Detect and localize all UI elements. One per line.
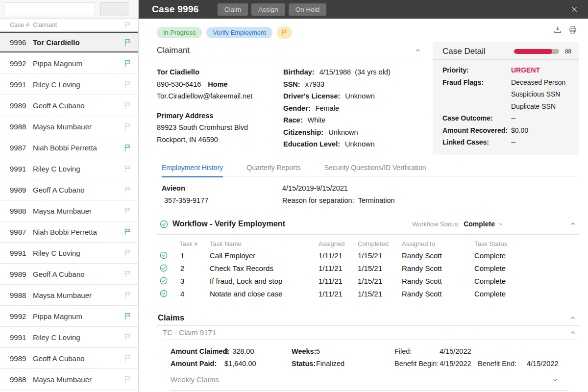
case-list-row[interactable]: 9989 Geoff A Cubano xyxy=(0,264,138,285)
claimant-column-header: Claimant xyxy=(32,22,117,28)
field-label: Citizenship: xyxy=(283,126,323,139)
case-list-row[interactable]: 9992 Pippa Magnum xyxy=(0,306,138,327)
case-search-input[interactable] xyxy=(4,2,95,16)
task-assigned-date: 1/11/21 xyxy=(318,251,356,260)
on-hold-button[interactable]: On Hold xyxy=(289,3,327,16)
case-number-column-header: Case # xyxy=(0,22,32,28)
case-list-row[interactable]: 9991 Riley C Loving xyxy=(0,158,138,179)
case-detail-field-row: Priority: URGENT xyxy=(442,64,575,76)
field-label: Linked Cases: xyxy=(442,136,511,148)
claim-details: Amount Claimed: $ 328.00 Weeks: 5 Filed:… xyxy=(171,345,579,369)
workflow-badge: Verify Employment xyxy=(206,27,272,38)
workflow-status-label: Workflow Status: xyxy=(412,220,460,228)
case-title: Case 9996 xyxy=(152,4,199,15)
task-check-icon xyxy=(160,277,168,285)
address-line-2: Rockport, IN 46590 xyxy=(157,134,252,146)
case-list-row[interactable]: 9987 Niah Bobbi Perretta xyxy=(0,221,138,243)
workflow-status-control[interactable]: Workflow Status: Complete xyxy=(412,220,504,228)
flag-icon[interactable] xyxy=(117,291,138,299)
print-icon[interactable] xyxy=(568,25,577,34)
task-assignee: Randy Scott xyxy=(401,264,471,272)
claimant-email: Tor.Ciradiellow@fakeemail.net xyxy=(157,90,252,102)
case-list-row[interactable]: 9991 Riley C Loving xyxy=(0,243,138,264)
separation-row: Reason for separation:Termination xyxy=(282,195,395,207)
flag-icon[interactable] xyxy=(117,228,138,236)
collapse-workflow-icon[interactable] xyxy=(569,220,576,227)
task-assignee: Randy Scott xyxy=(401,290,471,298)
tab-item[interactable]: Security Questions/ID Verification xyxy=(324,164,426,177)
claimant-full-name: Tor Ciadiello xyxy=(157,66,252,78)
case-list-row[interactable]: 9996 Tor Ciardiello xyxy=(0,32,138,53)
task-name: Notate and close case xyxy=(210,290,318,298)
case-list-row[interactable]: 9988 Maysa Mumbauer xyxy=(0,200,138,221)
claimant-phone-row: 890-530-6416Home xyxy=(157,78,252,91)
flag-icon[interactable] xyxy=(117,122,138,131)
flag-icon[interactable] xyxy=(117,375,138,384)
task-status: Complete xyxy=(471,277,579,285)
flag-icon[interactable] xyxy=(117,144,138,152)
case-number: 9989 xyxy=(0,270,32,278)
case-list-row[interactable]: 9989 Geoff A Cubano xyxy=(0,95,138,116)
case-number: 9988 xyxy=(0,122,32,131)
flag-icon[interactable] xyxy=(117,207,138,215)
collapse-claims-icon[interactable] xyxy=(569,315,576,321)
flag-icon[interactable] xyxy=(117,312,138,320)
flagged-badge[interactable] xyxy=(277,26,292,39)
case-list-row[interactable]: 9988 Maysa Mumbauer xyxy=(0,285,138,306)
case-list-row[interactable]: 9992 Pippa Magnum xyxy=(0,53,138,74)
case-list-row[interactable]: 9989 Geoff A Cubano xyxy=(0,348,138,369)
case-list-row[interactable]: 9988 Maysa Mumbauer xyxy=(0,369,138,390)
close-icon[interactable] xyxy=(570,5,578,13)
case-detail-field-row: Amount Recovered: $0.00 xyxy=(442,124,575,137)
case-list-row[interactable]: 9991 Riley C Loving xyxy=(0,327,138,348)
claimant-demographics-block: Birthday: 4/15/1988 (34 yrs old) SSN: x7… xyxy=(283,66,391,150)
col-assigned-to: Assigned to xyxy=(401,238,471,249)
case-list-row[interactable]: 9987 Niah Bobbi Perretta xyxy=(0,137,138,158)
assign-button[interactable]: Assign xyxy=(251,3,285,16)
chevron-down-icon[interactable] xyxy=(498,221,504,227)
tab-item[interactable]: Employment History xyxy=(162,164,223,177)
case-list-sidebar: Case # Claimant 9996 Tor Ciardiello 9992… xyxy=(0,0,139,392)
weeks-label: Weeks: xyxy=(292,345,316,357)
case-header-bar: Case 9996 Claim Assign On Hold xyxy=(139,0,588,19)
claim-button[interactable]: Claim xyxy=(218,3,248,16)
task-assigned-date: 1/11/21 xyxy=(318,264,356,272)
case-number: 9991 xyxy=(0,333,32,342)
flag-icon[interactable] xyxy=(117,165,138,173)
phone-type-label: Home xyxy=(208,80,227,88)
flag-icon[interactable] xyxy=(117,80,138,89)
search-button[interactable] xyxy=(100,2,128,16)
flag-icon[interactable] xyxy=(117,249,138,257)
flag-icon[interactable] xyxy=(117,186,138,194)
case-score-value: 88 xyxy=(565,48,571,55)
flag-icon[interactable] xyxy=(117,354,138,363)
flag-icon[interactable] xyxy=(117,59,138,68)
address-line-1: 89923 South Cromhurst Blvd xyxy=(157,122,252,134)
flag-icon[interactable] xyxy=(117,270,138,278)
document-actions xyxy=(553,25,577,34)
flag-icon[interactable] xyxy=(117,101,138,110)
flag-icon[interactable] xyxy=(117,38,138,47)
claimant-field-row: Race: White xyxy=(283,114,391,126)
collapse-claim-item-icon[interactable] xyxy=(569,329,576,336)
case-list-row[interactable]: 9988 Maysa Mumbauer xyxy=(0,116,138,137)
task-completed-date: 1/15/21 xyxy=(356,290,401,298)
case-list-row[interactable]: 9989 Geoff A Cubano xyxy=(0,179,138,200)
case-detail-title: Case Detail xyxy=(442,47,486,56)
employer-name: Avieon xyxy=(162,182,282,195)
claimant-name: Maysa Mumbauer xyxy=(32,207,117,215)
collapse-claimant-icon[interactable] xyxy=(415,47,421,54)
case-list-row[interactable]: 9991 Riley C Loving xyxy=(0,74,138,95)
download-icon[interactable] xyxy=(553,25,562,34)
task-check-icon xyxy=(160,251,168,259)
tab-item[interactable]: Quarterly Reports xyxy=(246,164,300,177)
task-completed-date: 1/15/21 xyxy=(356,251,401,260)
flag-icon[interactable] xyxy=(117,333,138,342)
case-number: 9988 xyxy=(0,291,32,299)
task-status: Complete xyxy=(471,290,579,298)
claimant-contact-block: Tor Ciadiello 890-530-6416Home Tor.Cirad… xyxy=(157,66,252,146)
expand-weekly-claims-icon[interactable] xyxy=(552,376,559,383)
workflow-task-row: 1 Call Employer 1/11/21 1/15/21 Randy Sc… xyxy=(157,249,579,262)
case-actions: Claim Assign On Hold xyxy=(218,3,327,16)
claimant-name: Riley C Loving xyxy=(32,165,117,173)
